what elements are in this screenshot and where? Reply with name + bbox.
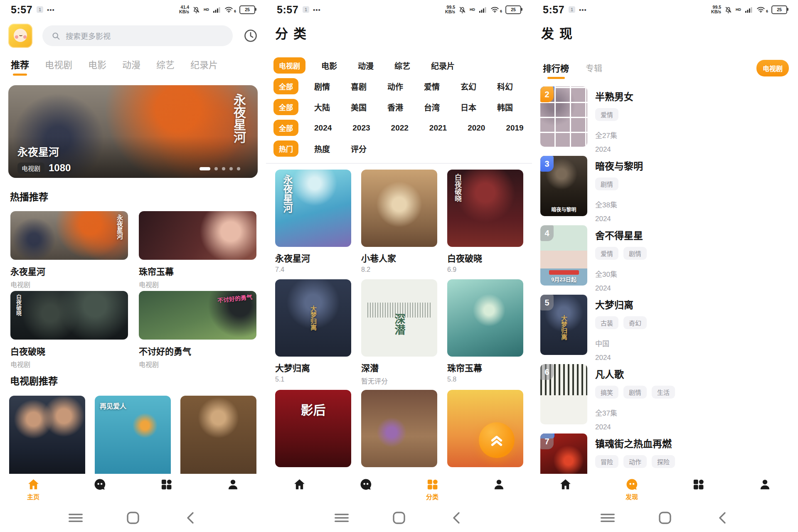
home-tab-2[interactable]: 电影 — [88, 57, 106, 76]
category-grid-item[interactable]: 小巷人家 8.2 — [361, 170, 437, 273]
search-input[interactable]: 搜索更多影视 — [42, 25, 233, 46]
nav-item-category[interactable]: 分类 — [399, 474, 466, 504]
category-grid-item[interactable] — [361, 390, 437, 467]
drama-poster-image — [9, 396, 85, 474]
category-grid-item[interactable]: 白夜破晓 白夜破晓 6.9 — [447, 170, 523, 273]
category-grid-item[interactable]: 深潜 深潜 暂无评分 — [361, 279, 437, 386]
filter-option[interactable]: 纪录片 — [431, 60, 455, 71]
filter-option[interactable]: 玄幻 — [461, 81, 476, 92]
home-square-button[interactable] — [124, 511, 142, 525]
filter-option[interactable]: 2021 — [429, 123, 447, 133]
screenshot-canvas: 5:57 1 ••• 41.4KB/s HD6 25 搜索更多影视 推荐电视剧电… — [0, 0, 798, 532]
filter-option[interactable]: 评分 — [351, 143, 367, 154]
nav-item-profile[interactable] — [466, 474, 532, 504]
category-grid-item[interactable]: 永夜星河 永夜星河 7.4 — [275, 170, 351, 273]
genre-tag: 探险 — [652, 455, 675, 468]
nav-item-discover[interactable] — [332, 474, 399, 504]
home-tab-5[interactable]: 纪录片 — [190, 57, 218, 76]
nav-item-discover[interactable] — [66, 474, 133, 504]
home-tab-1[interactable]: 电视剧 — [45, 57, 72, 76]
filter-option[interactable]: 2022 — [391, 123, 409, 133]
filter-option[interactable]: 韩国 — [497, 101, 513, 113]
discover-tab-1[interactable]: 专辑 — [586, 62, 602, 79]
filter-option[interactable]: 2023 — [352, 123, 370, 133]
drama-poster[interactable]: 再见爱人 — [95, 396, 171, 474]
filter-option[interactable]: 2020 — [468, 123, 485, 133]
category-item-title: 白夜破晓 — [447, 251, 523, 264]
back-button[interactable] — [182, 511, 199, 525]
filter-option[interactable]: 2024 — [314, 123, 332, 133]
filter-option[interactable]: 电影 — [321, 60, 337, 71]
filter-chip-selected[interactable]: 电视剧 — [273, 57, 305, 74]
home-tab-0[interactable]: 推荐 — [11, 57, 29, 76]
nav-item-discover[interactable]: 发现 — [598, 474, 665, 504]
more-notifications-dots: ••• — [579, 6, 587, 13]
scroll-top-button[interactable] — [479, 422, 515, 458]
category-grid-item[interactable]: 大梦归离 大梦归离 5.1 — [275, 279, 351, 383]
filter-chip-selected[interactable]: 全部 — [273, 120, 298, 136]
nav-item-home[interactable] — [532, 474, 598, 504]
category-grid-item[interactable]: 影后 — [275, 390, 351, 467]
filter-option[interactable]: 日本 — [461, 101, 476, 113]
filter-chip-selected[interactable]: 热门 — [273, 140, 298, 157]
filter-option[interactable]: 香港 — [387, 101, 403, 113]
filter-option[interactable]: 爱情 — [424, 81, 440, 92]
category-grid-item[interactable]: 珠帘玉幕 5.8 — [447, 279, 523, 383]
filter-option[interactable]: 动漫 — [358, 60, 374, 71]
discover-tab-0[interactable]: 排行榜 — [543, 62, 569, 79]
filter-option[interactable]: 美国 — [351, 101, 367, 113]
history-clock-icon[interactable] — [243, 28, 259, 44]
home-tab-3[interactable]: 动漫 — [122, 57, 140, 76]
filter-option[interactable]: 综艺 — [394, 60, 410, 71]
ranking-item[interactable]: 9月23日起 4 舍不得星星 爱情剧情 全30集 2024 — [540, 225, 791, 295]
nav-item-category[interactable] — [133, 474, 200, 504]
signal-bars-icon — [213, 6, 221, 13]
filter-option[interactable]: 科幻 — [497, 81, 513, 92]
filter-chip-selected[interactable]: 全部 — [273, 78, 298, 94]
filter-option[interactable]: 剧情 — [314, 81, 330, 92]
filter-option[interactable]: 热度 — [314, 143, 330, 154]
filter-option[interactable]: 大陆 — [314, 101, 330, 113]
back-button[interactable] — [448, 511, 465, 525]
ranking-item[interactable]: 6 凡人歌 搞笑剧情生活 全37集 2024 — [540, 364, 791, 433]
wifi-icon — [224, 6, 233, 13]
filter-option[interactable]: 动作 — [387, 81, 403, 92]
recents-menu-button[interactable] — [67, 511, 84, 525]
home-tab-4[interactable]: 综艺 — [156, 57, 175, 76]
filter-option[interactable]: 喜剧 — [351, 81, 367, 92]
nav-item-home[interactable] — [266, 474, 332, 504]
ranking-item[interactable]: 2 半熟男女 爱情 全27集 2024 — [540, 86, 791, 156]
nav-item-profile[interactable] — [732, 474, 798, 504]
nav-item-home[interactable]: 主页 — [0, 474, 66, 504]
genre-tag: 剧情 — [623, 386, 647, 399]
category-item-title: 大梦归离 — [275, 361, 351, 374]
home-square-button[interactable] — [390, 511, 408, 525]
network-speed: 99.5KB/s — [711, 5, 721, 14]
filter-chip-selected[interactable]: 全部 — [273, 99, 298, 115]
discover-filter-button[interactable]: 电视剧 — [756, 60, 789, 76]
recents-menu-button[interactable] — [333, 511, 350, 525]
ranking-item[interactable]: 暗夜与黎明 3 暗夜与黎明 剧情 全38集 2024 — [540, 156, 791, 225]
nav-item-profile[interactable] — [200, 474, 266, 504]
back-button[interactable] — [714, 511, 731, 525]
ranking-item[interactable]: 大梦归离 5 大梦归离 古装奇幻 中国 2024 — [540, 295, 791, 364]
carousel-indicator[interactable] — [200, 167, 240, 170]
category-poster-image — [361, 390, 437, 467]
hot-card[interactable]: 白夜破晓 白夜破晓 电视剧 — [10, 291, 128, 369]
rank-badge: 3 — [540, 156, 554, 172]
nav-item-category[interactable] — [665, 474, 732, 504]
hot-card[interactable]: 永夜星河 永夜星河 电视剧 — [10, 211, 128, 289]
person-icon — [227, 478, 239, 491]
clock-time: 5:57 — [11, 4, 32, 16]
hot-card[interactable]: 不讨好的勇气 不讨好的勇气 电视剧 — [139, 291, 256, 369]
category-item-rating: 暂无评分 — [361, 376, 437, 386]
drama-poster[interactable] — [9, 396, 85, 474]
filter-option[interactable]: 台湾 — [424, 101, 440, 113]
hot-card[interactable]: 珠帘玉幕 电视剧 — [139, 211, 256, 289]
filter-option[interactable]: 2019 — [506, 123, 523, 133]
ranking-item-year: 2024 — [595, 423, 611, 431]
drama-poster[interactable] — [180, 396, 256, 474]
recents-menu-button[interactable] — [599, 511, 616, 525]
hero-banner[interactable]: 永夜星河 永夜星河 电视剧 1080 — [8, 85, 258, 178]
home-square-button[interactable] — [656, 511, 674, 525]
